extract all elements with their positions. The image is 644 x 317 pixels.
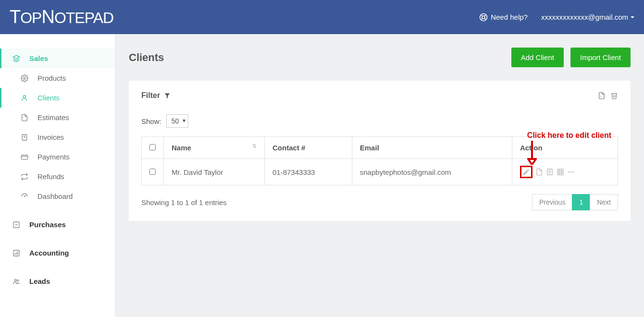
svg-marker-6 [13,55,19,59]
stack-icon [12,55,21,62]
sidebar-label: Products [37,74,66,82]
show-count-select[interactable]: 50 [166,114,188,128]
svg-line-5 [481,18,483,20]
sort-icon: ⇅ [252,144,257,149]
column-header-contact[interactable]: Contact # [265,137,352,159]
page-icon [20,134,29,141]
clients-card: Filter x Show: [129,81,631,221]
sidebar-label: Sales [29,54,48,62]
show-label: Show: [141,117,161,125]
svg-point-40 [570,171,572,173]
select-all-checkbox[interactable] [149,144,156,150]
delete-icon[interactable] [610,91,618,100]
sidebar-label: Payments [37,153,70,161]
pagination-prev[interactable]: Previous [532,194,572,210]
sidebar: Sales Products Clients Estimates Invoice… [0,34,115,317]
row-checkbox[interactable] [149,169,156,175]
svg-line-2 [481,14,483,16]
main-content: Clients Add Client Import Client Filter … [115,34,644,317]
sidebar-label: Refunds [37,172,64,181]
file-icon [20,114,29,122]
sidebar-label: Invoices [37,133,64,141]
page-title: Clients [129,51,164,64]
arrow-down-icon [527,141,611,165]
pagination: Previous 1 Next [533,194,618,210]
user-icon [20,94,29,102]
pagination-next[interactable]: Next [590,194,618,210]
sidebar-item-clients[interactable]: Clients [0,88,115,108]
grid-icon[interactable] [557,168,564,176]
svg-rect-34 [557,169,563,175]
sidebar-item-refunds[interactable]: Refunds [0,167,115,186]
svg-point-15 [24,196,25,196]
sidebar-section-accounting[interactable]: Accounting [0,243,115,263]
svg-rect-12 [21,155,27,159]
add-client-button[interactable]: Add Client [511,48,564,67]
pagination-page-1[interactable]: 1 [572,194,590,210]
sidebar-label: Clients [37,94,60,102]
gears-icon [20,74,29,82]
filter-label-text: Filter [141,91,160,100]
svg-point-1 [482,16,485,19]
sidebar-item-estimates[interactable]: Estimates [0,108,115,127]
sidebar-section-sales[interactable]: Sales [0,49,115,68]
svg-rect-19 [15,253,15,255]
cell-email: snapbytephotos@gmail.com [352,159,512,185]
help-link[interactable]: Need help? [479,13,528,22]
more-icon[interactable] [567,168,575,176]
brand-logo: TOPNOTEPAD [10,7,113,27]
svg-rect-21 [17,251,18,255]
svg-point-22 [14,279,16,281]
svg-point-41 [572,171,574,173]
sidebar-item-dashboard[interactable]: Dashboard [0,186,115,206]
import-client-button[interactable]: Import Client [570,48,631,67]
svg-marker-24 [165,93,170,98]
topbar: TOPNOTEPAD Need help? xxxxxxxxxxxxx@gmai… [0,0,644,34]
transfer-icon [20,173,29,181]
help-label: Need help? [491,13,528,21]
lifebuoy-icon [479,13,488,22]
svg-text:x: x [600,95,602,98]
sidebar-label: Purchases [29,220,66,229]
user-menu[interactable]: xxxxxxxxxxxxx@gmail.com [541,13,634,21]
export-excel-icon[interactable]: x [598,91,606,100]
cell-name: Mr. David Taylor [164,159,265,185]
sidebar-section-leads[interactable]: Leads [0,271,115,291]
lines-icon[interactable] [546,168,554,176]
sidebar-item-products[interactable]: Products [0,68,115,88]
svg-line-4 [484,14,486,16]
funnel-icon [164,92,171,99]
sidebar-item-payments[interactable]: Payments [0,147,115,167]
minus-square-icon [12,221,21,229]
filter-toggle[interactable]: Filter [141,91,171,100]
chevron-down-icon [631,16,634,18]
annotation-text: Click here to edit client [527,131,611,140]
sidebar-label: Estimates [37,113,69,122]
document-icon[interactable] [535,168,543,176]
svg-marker-29 [528,159,536,165]
svg-point-39 [568,171,570,173]
svg-rect-20 [16,252,16,255]
sidebar-item-invoices[interactable]: Invoices [0,127,115,147]
edit-client-icon[interactable] [520,166,533,178]
user-email-label: xxxxxxxxxxxxx@gmail.com [541,13,628,21]
users-icon [12,278,21,285]
chart-icon [12,249,21,257]
sidebar-section-purchases[interactable]: Purchases [0,215,115,234]
svg-point-23 [17,280,19,281]
sidebar-label: Leads [29,277,50,285]
gauge-icon [20,193,29,200]
svg-point-7 [24,77,25,79]
column-header-name[interactable]: Name⇅ [164,137,265,159]
column-header-email[interactable]: Email [352,137,512,159]
svg-line-3 [484,18,486,20]
annotation-callout: Click here to edit client [527,131,611,165]
sidebar-label: Dashboard [37,192,73,200]
entries-info: Showing 1 to 1 of 1 entries [141,198,227,207]
sidebar-label: Accounting [29,249,69,257]
svg-point-8 [23,95,25,98]
card-icon [20,153,29,161]
cell-contact: 01-87343333 [265,159,352,185]
